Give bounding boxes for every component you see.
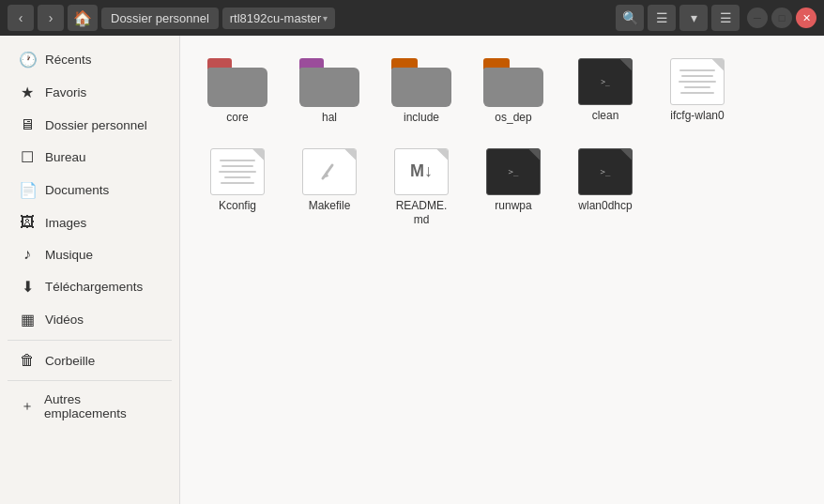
breadcrumb: 🏠 Dossier personnel rtl8192cu-master ▾ [68, 5, 612, 31]
folder-icon-os-dep [483, 58, 543, 107]
text-icon-ifcfg [670, 58, 725, 105]
document-icon: 📄 [19, 181, 36, 199]
sidebar-item-musique[interactable]: ♪ Musique [4, 239, 175, 269]
breadcrumb-dossier[interactable]: Dossier personnel [101, 8, 219, 29]
star-icon: ★ [19, 84, 36, 101]
sidebar-item-favoris[interactable]: ★ Favoris [4, 77, 175, 108]
download-icon: ⬇ [19, 278, 36, 296]
file-item-core[interactable]: core [195, 51, 280, 133]
titlebar: ‹ › 🏠 Dossier personnel rtl8192cu-master… [0, 0, 824, 36]
file-item-ifcfg-wlan0[interactable]: ifcfg-wlan0 [655, 51, 740, 133]
script-icon-runwpa: >_ [486, 148, 541, 195]
home-icon: 🖥 [19, 116, 36, 133]
breadcrumb-repo[interactable]: rtl8192cu-master ▾ [222, 8, 336, 29]
close-button[interactable]: ✕ [796, 8, 816, 28]
text-icon-kconfig [210, 148, 265, 195]
file-area: core hal include os_dep [180, 36, 824, 504]
file-item-hal[interactable]: hal [287, 51, 372, 133]
plus-icon: ＋ [19, 398, 35, 415]
sidebar-item-dossier[interactable]: 🖥 Dossier personnel [4, 110, 175, 140]
sidebar-divider-2 [8, 380, 172, 381]
window-controls: ─ □ ✕ [747, 8, 816, 28]
file-item-include[interactable]: include [379, 51, 464, 133]
script-icon-clean: >_ [578, 58, 633, 105]
video-icon: ▦ [19, 311, 36, 328]
folder-icon-core [207, 58, 267, 107]
file-item-readme[interactable]: M↓ README. md [379, 141, 464, 236]
folder-icon-include [391, 58, 451, 107]
chevron-down-icon: ▾ [323, 13, 328, 23]
sidebar-item-images[interactable]: 🖼 Images [4, 207, 175, 237]
sidebar-item-recents[interactable]: 🕐 Récents [4, 44, 175, 75]
markdown-icon: M↓ [394, 148, 449, 195]
sidebar-divider [8, 340, 172, 341]
file-item-wlan0dhcp[interactable]: >_ wlan0dhcp [563, 141, 648, 236]
file-item-clean[interactable]: >_ clean [563, 51, 648, 133]
script-icon-wlan0dhcp: >_ [578, 148, 633, 195]
maximize-button[interactable]: □ [771, 8, 792, 28]
view-options-button[interactable]: ▾ [679, 5, 708, 31]
file-item-kconfig[interactable]: Kconfig [195, 141, 280, 236]
music-icon: ♪ [19, 246, 36, 263]
minimize-button[interactable]: ─ [747, 8, 768, 28]
clock-icon: 🕐 [19, 51, 36, 69]
main-area: 🕐 Récents ★ Favoris 🖥 Dossier personnel … [0, 36, 824, 504]
make-icon [302, 148, 357, 195]
file-item-runwpa[interactable]: >_ runwpa [471, 141, 556, 236]
sidebar-item-telechargements[interactable]: ⬇ Téléchargements [4, 271, 175, 302]
trash-icon: 🗑 [19, 352, 36, 369]
file-item-os-dep[interactable]: os_dep [471, 51, 556, 133]
sidebar-item-documents[interactable]: 📄 Documents [4, 175, 175, 206]
folder-icon-hal [299, 58, 359, 107]
file-item-makefile[interactable]: Makefile [287, 141, 372, 236]
forward-button[interactable]: › [38, 5, 64, 31]
sidebar-item-videos[interactable]: ▦ Vidéos [4, 304, 175, 335]
home-button[interactable]: 🏠 [68, 5, 98, 31]
sidebar: 🕐 Récents ★ Favoris 🖥 Dossier personnel … [0, 36, 180, 504]
sidebar-item-corbeille[interactable]: 🗑 Corbeille [4, 345, 175, 375]
list-view-button[interactable]: ☰ [648, 5, 676, 31]
sidebar-item-other[interactable]: ＋ Autres emplacements [4, 386, 175, 427]
sidebar-item-bureau[interactable]: ☐ Bureau [4, 142, 175, 173]
search-button[interactable]: 🔍 [616, 5, 644, 31]
toolbar-actions: 🔍 ☰ ▾ ☰ [616, 5, 740, 31]
back-button[interactable]: ‹ [8, 5, 34, 31]
image-icon: 🖼 [19, 214, 36, 231]
desktop-icon: ☐ [19, 148, 36, 166]
menu-button[interactable]: ☰ [711, 5, 740, 31]
